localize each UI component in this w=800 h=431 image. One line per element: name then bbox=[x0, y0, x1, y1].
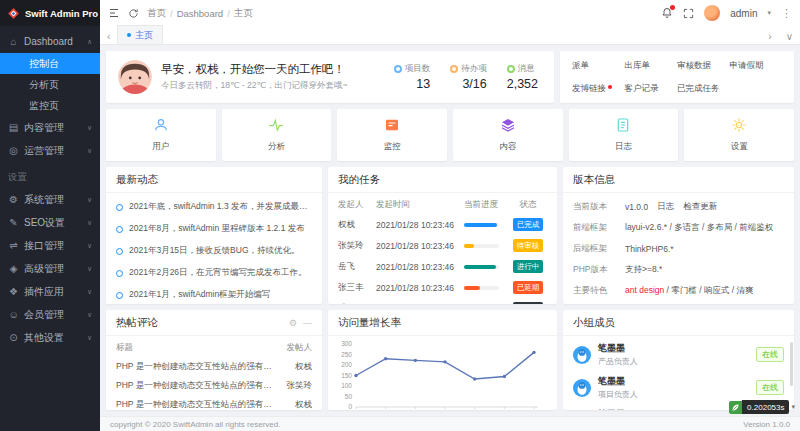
notifications-bell-icon[interactable] bbox=[661, 7, 673, 19]
team-scrollbar[interactable] bbox=[790, 342, 793, 386]
news-text: 2021年8月，swiftAdmin 里程碑版本 1.2.1 发布 bbox=[129, 223, 305, 235]
collapse-sidebar-icon[interactable] bbox=[108, 7, 120, 19]
quicklink-dot bbox=[608, 85, 612, 89]
sidebar-item[interactable]: ❖插件应用∨ bbox=[0, 280, 100, 303]
quicklink-item[interactable]: 已完成任务 bbox=[677, 83, 730, 95]
shortcut-监控[interactable]: 监控 bbox=[337, 109, 447, 161]
breadcrumb-separator: / bbox=[227, 8, 230, 19]
breadcrumb-item[interactable]: Dashboard bbox=[177, 8, 223, 19]
shortcut-用户[interactable]: 用户 bbox=[106, 109, 216, 161]
analysis-icon bbox=[268, 117, 284, 137]
tab-label: 主页 bbox=[135, 29, 153, 42]
quicklink-item[interactable]: 审核数据 bbox=[677, 60, 730, 72]
quicklink-item[interactable]: 派单 bbox=[572, 60, 625, 72]
chevron-down-icon: ∨ bbox=[87, 311, 92, 319]
sidebar-subitem[interactable]: 分析页 bbox=[0, 74, 100, 95]
sidebar-item[interactable]: ◈高级管理∨ bbox=[0, 257, 100, 280]
chevron-up-icon: ∧ bbox=[87, 38, 92, 46]
version-row: 主要特色ant design / 零门槛 / 响应式 / 清爽 bbox=[573, 280, 784, 301]
refresh-icon[interactable] bbox=[128, 8, 139, 19]
tabs-scroll-right-icon[interactable]: › bbox=[765, 31, 774, 44]
chart-card: 访问量增长率 050100150200250300MonTueWedThuFri… bbox=[328, 310, 557, 410]
version-link[interactable]: 日志 bbox=[657, 201, 674, 213]
tabs-scroll-left-icon[interactable]: ‹ bbox=[104, 31, 113, 44]
version-highlight[interactable]: ant design bbox=[625, 285, 664, 295]
sidebar-menu: ⌂Dashboard∧控制台分析页监控页▤内容管理∨◎运营管理∨设置⚙系统管理∨… bbox=[0, 26, 100, 431]
member-name: 笔墨墨 bbox=[598, 375, 749, 388]
quicklink-item[interactable]: 客户记录 bbox=[625, 83, 678, 95]
task-row: 张三丰2021/01/28 10:23:46已延期 bbox=[338, 277, 547, 298]
content-icon: ▤ bbox=[8, 122, 19, 133]
task-time: 2021/01/28 10:23:46 bbox=[376, 241, 464, 251]
sidebar-subitem[interactable]: 控制台 bbox=[0, 53, 100, 74]
shortcut-label: 内容 bbox=[499, 141, 516, 153]
comment-row[interactable]: PHP 是一种创建动态交互性站点的强有力的服务器端脚本语言权栈 bbox=[116, 395, 312, 410]
shortcut-分析[interactable]: 分析 bbox=[222, 109, 332, 161]
plugin-icon: ❖ bbox=[8, 286, 19, 297]
version-row: PHP版本支持>=8.* bbox=[573, 259, 784, 280]
fullscreen-icon[interactable] bbox=[683, 8, 694, 19]
comments-collapse-icon[interactable]: — bbox=[303, 318, 312, 328]
tabs-menu-chevron-down-icon[interactable]: ∨ bbox=[783, 31, 796, 44]
sidebar-item[interactable]: ✎SEO设置∨ bbox=[0, 211, 100, 234]
sidebar-item[interactable]: ⊙其他设置∨ bbox=[0, 326, 100, 349]
chevron-down-icon: ∨ bbox=[87, 219, 92, 227]
team-member-row: 笔墨墨产品负责人在线 bbox=[573, 338, 784, 371]
member-role: 项目负责人 bbox=[598, 389, 749, 400]
task-progress-fill bbox=[464, 286, 480, 290]
performance-time: 0.202053s bbox=[742, 400, 789, 414]
user-avatar[interactable] bbox=[704, 5, 720, 21]
shortcut-设置[interactable]: 设置 bbox=[684, 109, 794, 161]
breadcrumb-item[interactable]: 首页 bbox=[147, 7, 166, 20]
tab-active-dot bbox=[127, 33, 131, 37]
news-text: 2021年3月15日，接收反馈BUG，持续优化。 bbox=[129, 245, 300, 257]
news-card: 最新动态 2021年底，swiftAdmin 1.3 发布，并发展成最受欢迎的极… bbox=[106, 167, 322, 304]
news-title: 最新动态 bbox=[106, 167, 322, 193]
version-row-value: 支持>=8.* bbox=[625, 264, 662, 276]
sidebar-item[interactable]: ◎运营管理∨ bbox=[0, 139, 100, 162]
tab-home[interactable]: 主页 bbox=[117, 25, 163, 44]
seo-icon: ✎ bbox=[8, 217, 19, 228]
logo[interactable]: Swift Admin Pro bbox=[0, 0, 100, 26]
version-row-label: 主要特色 bbox=[573, 285, 625, 297]
sidebar-subitem[interactable]: 监控页 bbox=[0, 95, 100, 116]
chevron-down-icon: ∨ bbox=[87, 265, 92, 273]
quicklink-item[interactable]: 出库单 bbox=[625, 60, 678, 72]
quicklink-item[interactable]: 发博链接 bbox=[572, 83, 625, 95]
sidebar-item[interactable]: ☺会员管理∨ bbox=[0, 303, 100, 326]
shortcut-日志[interactable]: 日志 bbox=[569, 109, 679, 161]
news-item: 2021年底，swiftAdmin 1.3 发布，并发展成最受欢迎的极速开发框架… bbox=[116, 196, 312, 218]
performance-badge[interactable]: 0.202053s ▾ bbox=[729, 400, 795, 414]
version-link[interactable]: 检查更新 bbox=[683, 201, 717, 213]
tasks-card: 我的任务 发起人发起时间当前进度状态权栈2021/01/28 10:23:46已… bbox=[328, 167, 557, 304]
timeline-dot-icon bbox=[116, 248, 123, 255]
comments-table: 标题发帖人PHP 是一种创建动态交互性站点的强有力的服务器端脚本语言权栈PHP … bbox=[106, 336, 322, 410]
shortcut-内容[interactable]: 内容 bbox=[453, 109, 563, 161]
app-window: Swift Admin Pro ⌂Dashboard∧控制台分析页监控页▤内容管… bbox=[0, 0, 800, 431]
comment-row[interactable]: PHP 是一种创建动态交互性站点的强有力的服务器端脚本语言权栈 bbox=[116, 357, 312, 376]
timeline-dot-icon bbox=[116, 292, 123, 299]
svg-text:300: 300 bbox=[341, 340, 352, 347]
performance-chevron-down-icon: ▾ bbox=[791, 403, 795, 411]
svg-text:50: 50 bbox=[345, 393, 353, 400]
user-menu-chevron-down-icon[interactable]: ▾ bbox=[767, 9, 771, 17]
more-options-icon[interactable]: ⋮ bbox=[781, 7, 792, 20]
team-title: 小组成员 bbox=[563, 310, 794, 336]
version-list: 当前版本v1.0.0日志检查更新前端框架layui-v2.6.* / 多语言 /… bbox=[563, 193, 794, 304]
stat-item: 消息2,352 bbox=[507, 63, 538, 91]
sidebar-item[interactable]: ⚙系统管理∨ bbox=[0, 188, 100, 211]
sidebar-item[interactable]: ▤内容管理∨ bbox=[0, 116, 100, 139]
comments-settings-gear-icon[interactable]: ⚙ bbox=[289, 318, 297, 328]
home-icon: ⌂ bbox=[8, 36, 19, 47]
username[interactable]: admin bbox=[730, 8, 757, 19]
version-row: 当前版本v1.0.0日志检查更新 bbox=[573, 196, 784, 217]
task-progress-fill bbox=[464, 265, 496, 269]
shortcut-label: 设置 bbox=[731, 141, 748, 153]
news-item: 2021年3月15日，接收反馈BUG，持续优化。 bbox=[116, 240, 312, 262]
comment-row[interactable]: PHP 是一种创建动态交互性站点的强有力的服务器端脚本语言张笑玲 bbox=[116, 376, 312, 395]
stats: 项目数13待办项3/16消息2,352 bbox=[394, 63, 542, 91]
breadcrumb-item[interactable]: 主页 bbox=[234, 7, 253, 20]
sidebar-item[interactable]: ⌂Dashboard∧ bbox=[0, 30, 100, 53]
sidebar-item[interactable]: ⇌接口管理∨ bbox=[0, 234, 100, 257]
quicklink-item[interactable]: 申请假期 bbox=[730, 60, 783, 72]
